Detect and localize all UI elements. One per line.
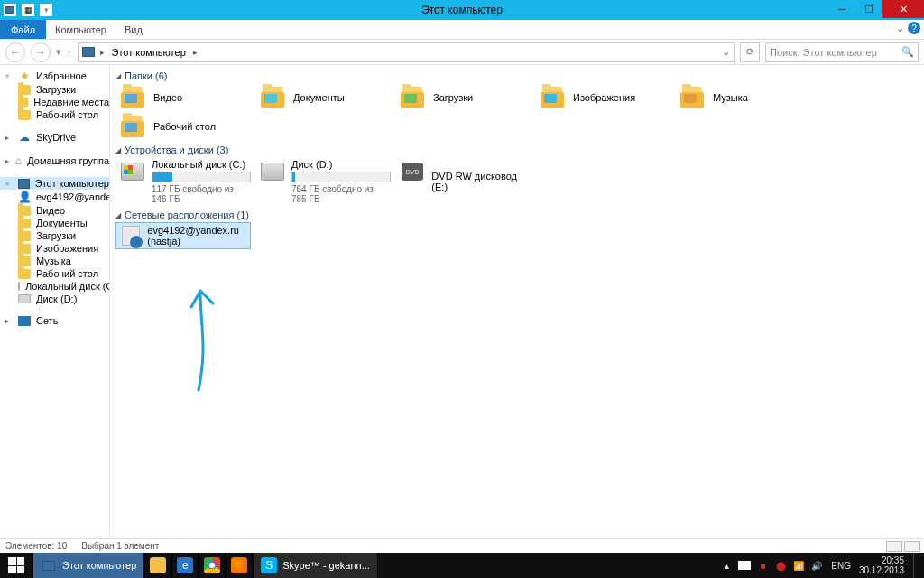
sidebar-network[interactable]: ▸Сеть [0, 314, 109, 327]
folder-documents[interactable]: Документы [255, 83, 395, 112]
qat-properties-icon[interactable]: ▦ [22, 4, 34, 16]
chevron-right-icon[interactable]: ▸ [98, 48, 106, 57]
sidebar-item-desktop[interactable]: Рабочий стол [0, 108, 109, 121]
show-desktop-button[interactable] [913, 553, 919, 578]
sidebar-this-pc[interactable]: ▿Этот компьютер [0, 177, 109, 190]
status-item-count: Элементов: 10 [5, 541, 67, 551]
sidebar-item-pictures[interactable]: Изображения [0, 242, 109, 255]
tray-action-center-icon[interactable] [738, 559, 751, 572]
section-drives[interactable]: ◢Устройства и диски (3) [116, 144, 919, 155]
taskbar-item-skype[interactable]: SSkype™ - gekann... [253, 553, 378, 578]
pc-icon [82, 47, 95, 57]
network-icon [18, 316, 31, 326]
sidebar-item-account[interactable]: 👤evg4192@yandex.ru (na [0, 190, 109, 204]
view-details-icon[interactable] [886, 541, 902, 552]
up-button[interactable]: ↑ [67, 47, 72, 58]
sidebar-item-drive-c[interactable]: Локальный диск (C:) [0, 280, 109, 293]
sidebar-item-videos[interactable]: Видео [0, 204, 109, 217]
folder-downloads[interactable]: Загрузки [395, 83, 535, 112]
content-pane: ◢Папки (6) Видео Документы Загрузки Изоб… [110, 65, 924, 538]
folder-icon [18, 85, 31, 95]
search-placeholder: Поиск: Этот компьютер [770, 47, 877, 58]
taskbar-item-folder[interactable] [144, 553, 171, 578]
taskbar-item-chrome[interactable] [199, 553, 226, 578]
tray-language[interactable]: ENG [828, 561, 854, 571]
tray-clock[interactable]: 20:35 30.12.2013 [859, 555, 904, 575]
window-controls: ─ ☐ ✕ [828, 0, 924, 18]
search-input[interactable]: Поиск: Этот компьютер 🔍 [765, 42, 919, 62]
file-tab[interactable]: Файл [0, 20, 46, 39]
folder-desktop[interactable]: Рабочий стол [116, 112, 255, 141]
folders-grid: Видео Документы Загрузки Изображения Муз… [116, 83, 919, 141]
ribbon-tabs: Файл Компьютер Вид ⌄ ? [0, 20, 924, 40]
folder-pictures[interactable]: Изображения [535, 83, 675, 112]
view-large-icon[interactable] [904, 541, 920, 552]
help-icon[interactable]: ? [908, 22, 920, 34]
qat-new-folder-icon[interactable]: ▾ [40, 4, 52, 16]
close-button[interactable]: ✕ [882, 0, 924, 18]
folder-icon [18, 206, 31, 216]
folder-icon [18, 98, 28, 107]
annotation-arrow [182, 282, 236, 399]
network-location-item[interactable]: evg4192@yandex.ru (nastja) [116, 222, 251, 249]
section-folders[interactable]: ◢Папки (6) [116, 70, 919, 81]
sidebar-favorites[interactable]: ▿★Избранное [0, 69, 109, 83]
taskbar-item-firefox[interactable] [226, 553, 253, 578]
tray-antivirus-icon[interactable]: ⬤ [774, 559, 787, 572]
collapse-icon: ◢ [116, 146, 121, 154]
tray-app-icon[interactable]: ■ [756, 559, 769, 572]
view-tab[interactable]: Вид [116, 20, 152, 39]
minimize-button[interactable]: ─ [828, 0, 855, 18]
address-dropdown-icon[interactable]: ⌄ [722, 46, 730, 58]
sidebar-item-documents[interactable]: Документы [0, 217, 109, 229]
chrome-icon [204, 557, 220, 573]
status-selected: Выбран 1 элемент [81, 541, 159, 551]
breadcrumb-root[interactable]: Этот компьютер [110, 47, 188, 58]
address-bar-row: ← → ▾ ↑ ▸ Этот компьютер ▸ ⌄ ⟳ Поиск: Эт… [0, 40, 924, 65]
star-icon: ★ [18, 70, 31, 82]
sidebar-item-desktop[interactable]: Рабочий стол [0, 267, 109, 280]
back-button[interactable]: ← [5, 42, 25, 62]
sidebar-item-downloads[interactable]: Загрузки [0, 83, 109, 96]
sidebar-homegroup[interactable]: ▸⌂Домашняя группа [0, 154, 109, 168]
folder-icon [18, 231, 31, 241]
ribbon-expand-icon[interactable]: ⌄ [896, 23, 904, 34]
sidebar-skydrive[interactable]: ▸☁SkyDrive [0, 130, 109, 144]
chevron-right-icon[interactable]: ▸ [191, 48, 199, 57]
tray-network-icon[interactable]: 📶 [792, 559, 805, 572]
network-location-icon [122, 226, 140, 246]
folder-videos[interactable]: Видео [116, 83, 255, 112]
drive-dvd[interactable]: DVD DVD RW дисковод (E:) [395, 157, 535, 206]
computer-tab[interactable]: Компьютер [46, 20, 116, 39]
folder-icon [541, 87, 566, 108]
folder-music[interactable]: Музыка [675, 83, 815, 112]
ie-icon: e [177, 557, 193, 573]
sidebar-item-downloads[interactable]: Загрузки [0, 229, 109, 242]
skydrive-icon: ☁ [18, 131, 31, 144]
collapse-icon: ◢ [116, 72, 121, 80]
section-network-locations[interactable]: ◢Сетевые расположения (1) [116, 210, 919, 220]
tray-volume-icon[interactable]: 🔊 [810, 559, 823, 572]
pc-icon [41, 557, 57, 573]
taskbar-item-ie[interactable]: e [171, 553, 199, 578]
taskbar-item-explorer[interactable]: Этот компьютер [32, 553, 144, 578]
system-menu-icon[interactable] [4, 4, 16, 16]
folder-icon [18, 110, 31, 120]
folder-icon [680, 87, 706, 108]
folder-icon [121, 87, 146, 108]
sidebar-item-music[interactable]: Музыка [0, 255, 109, 267]
tray-overflow-icon[interactable]: ▴ [720, 559, 733, 572]
title-bar: ▦ ▾ Этот компьютер ─ ☐ ✕ [0, 0, 924, 20]
recent-locations-icon[interactable]: ▾ [56, 46, 61, 58]
drive-c[interactable]: Локальный диск (C:) 117 ГБ свободно из 1… [116, 157, 255, 206]
forward-button[interactable]: → [31, 42, 51, 62]
breadcrumb[interactable]: ▸ Этот компьютер ▸ ⌄ [78, 42, 735, 62]
sidebar-item-recent[interactable]: Недавние места [0, 96, 109, 108]
maximize-button[interactable]: ☐ [855, 0, 882, 18]
sidebar-item-drive-d[interactable]: Диск (D:) [0, 293, 109, 305]
start-button[interactable] [0, 553, 32, 578]
refresh-button[interactable]: ⟳ [740, 42, 760, 62]
folder-icon [18, 219, 31, 228]
folder-icon [121, 116, 146, 137]
drive-d[interactable]: Диск (D:) 764 ГБ свободно из 785 ГБ [255, 157, 395, 206]
